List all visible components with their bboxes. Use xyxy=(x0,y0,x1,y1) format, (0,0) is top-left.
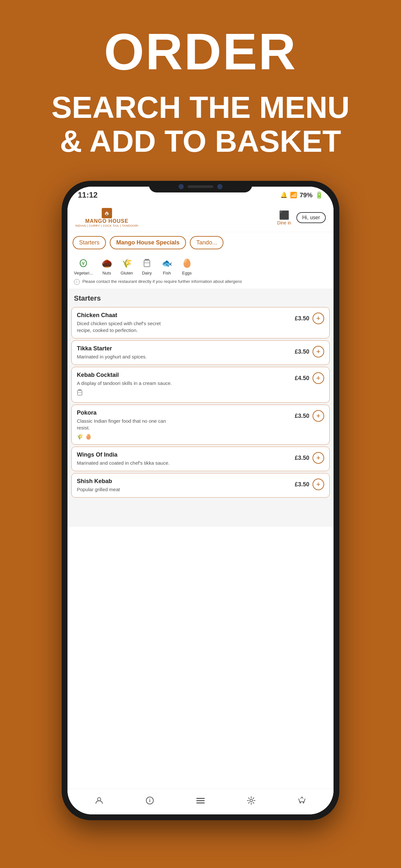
allergen-eggs: 🥚 Eggs xyxy=(181,257,193,275)
menu-item-chicken-chaat: Chicken Chaat Diced chicken spiced with … xyxy=(71,307,330,338)
item-price-kebab-cocktail: £4.50 xyxy=(295,375,309,382)
menu-content: Starters Chicken Chaat Diced chicken spi… xyxy=(67,289,334,527)
logo-subtext: INDIAN | CURRY | COCK TAIL | TANDOORI xyxy=(75,224,138,227)
fish-icon: 🐟 xyxy=(161,257,173,269)
dine-in-area[interactable]: ⬛ Dine in xyxy=(277,210,291,225)
nav-settings[interactable] xyxy=(247,796,256,807)
dairy-label: Dairy xyxy=(142,271,152,275)
allergen-note-text: Please contact the restaurant directly i… xyxy=(82,279,242,284)
status-indicators: 🔔 📶 79% 🔋 xyxy=(280,191,323,199)
item-name-tikka-starter: Tikka Starter xyxy=(77,345,295,352)
item-price-wings-of-india: £3.50 xyxy=(295,455,309,461)
allergen-gluten: 🌾 Gluten xyxy=(121,257,133,275)
menu-item-pokora: Pokora Classic Indian finger food that n… xyxy=(71,405,330,445)
item-name-kebab-cocktail: Kebab Cocktail xyxy=(77,372,295,378)
item-name-shish-kebab: Shish Kebab xyxy=(77,478,295,485)
price-area-kebab-cocktail: £4.50 + xyxy=(295,372,324,384)
menu-item-shish-kebab: Shish Kebab Popular grilled meat £3.50 + xyxy=(71,473,330,498)
item-info-pokora: Pokora Classic Indian finger food that n… xyxy=(77,409,295,440)
svg-rect-11 xyxy=(196,800,205,801)
camera-dot-2 xyxy=(217,184,222,189)
svg-point-14 xyxy=(300,802,301,803)
nuts-icon: 🌰 xyxy=(101,257,113,269)
item-info-chicken-chaat: Chicken Chaat Diced chicken spiced with … xyxy=(77,312,295,334)
nav-basket[interactable] xyxy=(297,796,306,807)
add-chicken-chaat-button[interactable]: + xyxy=(312,313,324,324)
category-tabs: Starters Mango House Specials Tando... xyxy=(67,232,334,253)
tab-mango-specials[interactable]: Mango House Specials xyxy=(110,236,186,249)
nav-menu[interactable] xyxy=(196,796,205,807)
allergen-fish: 🐟 Fish xyxy=(161,257,173,275)
qr-icon: ⬛ xyxy=(279,210,289,220)
item-desc-pokora: Classic Indian finger food that no one c… xyxy=(77,417,174,431)
info-icon: i xyxy=(74,279,80,285)
item-desc-wings-of-india: Marinated and coated in chef's tikka sau… xyxy=(77,460,174,466)
allergen-dairy: Dairy xyxy=(141,257,153,275)
allergen-nuts: 🌰 Nuts xyxy=(101,257,113,275)
eggs-label: Eggs xyxy=(182,271,192,275)
menu-nav-icon xyxy=(196,796,205,807)
svg-text:i: i xyxy=(149,798,150,803)
add-kebab-cocktail-button[interactable]: + xyxy=(312,372,324,384)
section-title: Starters xyxy=(67,289,334,305)
profile-icon xyxy=(95,796,104,807)
battery-text: 79% xyxy=(300,191,312,199)
svg-text:V: V xyxy=(82,261,85,266)
order-title: ORDER xyxy=(0,26,401,78)
nuts-label: Nuts xyxy=(102,271,111,275)
gluten-label: Gluten xyxy=(121,271,133,275)
item-name-wings-of-india: Wings Of India xyxy=(77,452,295,458)
header-right: ⬛ Dine in Hi, user xyxy=(277,210,326,225)
info-nav-icon: i xyxy=(145,796,154,807)
dine-in-label: Dine in xyxy=(277,220,291,225)
gluten-allergen-icon: 🌾 xyxy=(77,434,83,440)
allergen-section: V Vegetari... 🌰 Nuts 🌾 Gluten xyxy=(67,253,334,289)
price-area-tikka-starter: £3.50 + xyxy=(295,345,324,358)
item-price-pokora: £3.50 xyxy=(295,413,309,420)
tab-tandoori[interactable]: Tando... xyxy=(190,236,223,249)
status-time: 11:12 xyxy=(78,190,97,199)
search-subtitle: SEARCH THE MENU & ADD TO BASKET xyxy=(0,90,401,158)
fish-label: Fish xyxy=(163,271,171,275)
add-wings-of-india-button[interactable]: + xyxy=(312,452,324,464)
basket-icon xyxy=(297,796,306,807)
item-allergens-kebab xyxy=(77,389,295,398)
item-info-shish-kebab: Shish Kebab Popular grilled meat xyxy=(77,478,295,493)
vegetarian-label: Vegetari... xyxy=(74,271,93,275)
phone-mockup: 11:12 🔔 📶 79% 🔋 🏠 MANGO HOUSE INDIAN | C… xyxy=(62,181,339,827)
item-allergens-pokora: 🌾 🥚 xyxy=(77,434,295,440)
nav-info[interactable]: i xyxy=(145,796,154,807)
hi-user-button[interactable]: Hi, user xyxy=(297,212,326,223)
nav-profile[interactable] xyxy=(95,796,104,807)
vegetarian-icon: V xyxy=(77,257,89,269)
price-area-chicken-chaat: £3.50 + xyxy=(295,312,324,324)
tab-starters[interactable]: Starters xyxy=(73,236,106,249)
settings-icon xyxy=(247,796,256,807)
item-info-wings-of-india: Wings Of India Marinated and coated in c… xyxy=(77,452,295,466)
add-shish-kebab-button[interactable]: + xyxy=(312,478,324,490)
battery-icon: 🔋 xyxy=(315,191,323,199)
network-indicator: 🔔 xyxy=(280,191,287,198)
signal-indicator: 📶 xyxy=(290,191,297,198)
item-price-chicken-chaat: £3.50 xyxy=(295,315,309,322)
menu-item-kebab-cocktail: Kebab Cocktail A display of tandoori ski… xyxy=(71,367,330,403)
logo-text: MANGO HOUSE xyxy=(85,218,128,224)
item-price-shish-kebab: £3.50 xyxy=(295,481,309,488)
item-name-pokora: Pokora xyxy=(77,409,295,416)
bottom-nav: i xyxy=(67,788,334,814)
camera-dot xyxy=(179,184,184,189)
item-info-tikka-starter: Tikka Starter Marinated in yoghurt and s… xyxy=(77,345,295,360)
eggs-allergen-icon: 🥚 xyxy=(85,434,92,440)
add-pokora-button[interactable]: + xyxy=(312,410,324,422)
price-area-pokora: £3.50 + xyxy=(295,409,324,422)
dairy-allergen-icon xyxy=(77,389,83,398)
speaker xyxy=(188,185,213,188)
dairy-icon xyxy=(141,257,153,269)
svg-rect-10 xyxy=(196,798,205,799)
item-info-kebab-cocktail: Kebab Cocktail A display of tandoori ski… xyxy=(77,372,295,398)
allergen-note: i Please contact the restaurant directly… xyxy=(74,279,327,285)
item-name-chicken-chaat: Chicken Chaat xyxy=(77,312,295,319)
add-tikka-starter-button[interactable]: + xyxy=(312,346,324,358)
phone-notch xyxy=(149,181,252,192)
logo-area: 🏠 MANGO HOUSE INDIAN | CURRY | COCK TAIL… xyxy=(75,208,138,227)
